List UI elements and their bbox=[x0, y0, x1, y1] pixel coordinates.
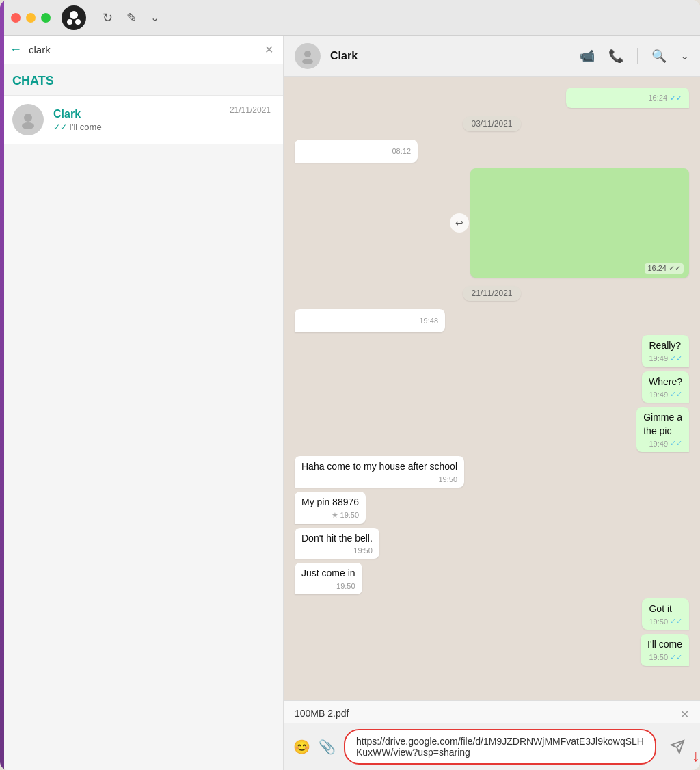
msg-text: I'll come bbox=[647, 638, 682, 652]
file-close-button[interactable]: ✕ bbox=[680, 708, 689, 721]
divider bbox=[637, 48, 638, 64]
msg-tick: ✓✓ bbox=[670, 653, 682, 662]
maximize-button[interactable] bbox=[41, 13, 51, 23]
contact-item-clark[interactable]: Clark ✓✓ I'll come 21/11/2021 bbox=[0, 96, 283, 144]
app-window: ↻ ✎ ⌄ ← ✕ CHATS bbox=[0, 0, 700, 770]
contact-info: Clark ✓✓ I'll come bbox=[53, 108, 220, 132]
msg-tick: ✓✓ bbox=[670, 439, 682, 448]
messages-area[interactable]: 16:24 ✓✓ 03/11/2021 08:12 ↩ bbox=[284, 77, 700, 700]
msg-incoming-blank-2: 19:48 bbox=[295, 309, 445, 332]
msg-bell: Don't hit the bell. 19:50 bbox=[295, 528, 379, 559]
search-bar: ← ✕ bbox=[0, 36, 283, 64]
svg-point-0 bbox=[70, 11, 78, 19]
msg-time: 19:49 bbox=[649, 390, 668, 399]
msg-time: 19:50 bbox=[353, 546, 373, 555]
date-badge-1: 03/11/2021 bbox=[463, 116, 520, 131]
file-name: 100MB 2.pdf bbox=[295, 708, 349, 719]
traffic-lights bbox=[11, 13, 51, 23]
attach-button[interactable]: 📎 bbox=[319, 739, 336, 755]
msg-text: My pin 88976 bbox=[301, 496, 359, 509]
back-button[interactable]: ← bbox=[10, 42, 22, 57]
send-button[interactable] bbox=[664, 734, 690, 760]
chat-area: Clark 📹 📞 🔍 ⌄ 16:24 bbox=[284, 36, 700, 770]
contact-preview: ✓✓ I'll come bbox=[53, 122, 220, 132]
msg-time: 19:50 bbox=[336, 582, 355, 590]
forward-button[interactable]: ↩ bbox=[450, 213, 469, 233]
compose-icon[interactable]: ✎ bbox=[126, 10, 137, 25]
msg-pin: My pin 88976 ★ 19:50 bbox=[295, 492, 366, 524]
msg-really: Really? 19:49 ✓✓ bbox=[642, 335, 689, 367]
msg-text: Where? bbox=[649, 375, 682, 389]
msg-tick: ✓✓ bbox=[670, 94, 682, 103]
chat-header-avatar bbox=[295, 43, 321, 69]
msg-got-it: Got it 19:50 ✓✓ bbox=[642, 598, 689, 630]
msg-text: Just come in bbox=[301, 567, 355, 581]
title-bar-actions: ↻ ✎ ⌄ bbox=[103, 10, 159, 25]
chevron-down-icon[interactable]: ⌄ bbox=[150, 11, 159, 24]
msg-tick: ✓✓ bbox=[670, 617, 682, 626]
msg-text: Haha come to my house after school bbox=[301, 460, 457, 474]
msg-meta: 19:49 ✓✓ bbox=[649, 354, 682, 363]
video-call-icon[interactable]: 📹 bbox=[580, 49, 595, 64]
input-area: 100MB 2.pdf ✕ 😊 📎 https://drive.google.c… bbox=[284, 700, 700, 770]
close-button[interactable] bbox=[11, 13, 21, 23]
svg-point-5 bbox=[304, 51, 311, 57]
msg-text: Gimme athe pic bbox=[643, 411, 682, 438]
title-bar: ↻ ✎ ⌄ bbox=[0, 0, 700, 36]
sidebar: ← ✕ CHATS bbox=[0, 36, 284, 770]
msg-time: 19:48 bbox=[419, 317, 438, 325]
msg-meta: 19:49 ✓✓ bbox=[649, 390, 682, 399]
svg-point-2 bbox=[75, 19, 81, 25]
app-icon bbox=[62, 5, 86, 30]
msg-text: Really? bbox=[649, 339, 682, 353]
arrow-down-icon: ↓ bbox=[692, 746, 700, 765]
file-preview: 100MB 2.pdf ✕ bbox=[284, 701, 700, 723]
chat-header-name: Clark bbox=[330, 50, 570, 62]
msg-meta: 19:50 bbox=[301, 475, 457, 483]
msg-tick: ✓✓ bbox=[670, 354, 682, 363]
msg-meta: 19:50 bbox=[301, 582, 355, 590]
svg-point-3 bbox=[24, 114, 32, 122]
msg-time: 19:50 bbox=[649, 653, 668, 661]
svg-point-6 bbox=[302, 59, 313, 64]
minimize-button[interactable] bbox=[26, 13, 36, 23]
msg-image-time: 16:24 ✓✓ bbox=[645, 263, 684, 274]
msg-incoming-blank-1: 08:12 bbox=[295, 140, 418, 163]
star-icon: ★ bbox=[332, 511, 338, 520]
msg-time: 19:49 bbox=[649, 440, 668, 448]
msg-time: 19:50 bbox=[438, 475, 457, 483]
msg-time: 16:24 bbox=[648, 94, 667, 102]
search-input[interactable] bbox=[29, 44, 258, 55]
contact-time: 21/11/2021 bbox=[230, 105, 271, 115]
emoji-button[interactable]: 😊 bbox=[293, 739, 310, 755]
date-badge-2: 21/11/2021 bbox=[463, 286, 520, 301]
phone-icon[interactable]: 📞 bbox=[608, 49, 623, 64]
refresh-icon[interactable]: ↻ bbox=[103, 10, 113, 25]
msg-where: Where? 19:49 ✓✓ bbox=[642, 371, 689, 403]
svg-point-4 bbox=[22, 122, 34, 129]
message-tick: ✓✓ bbox=[53, 122, 69, 132]
input-row: 😊 📎 https://drive.google.com/file/d/1M9J… bbox=[284, 723, 700, 770]
msg-just-come: Just come in 19:50 bbox=[295, 563, 362, 594]
search-icon[interactable]: 🔍 bbox=[651, 49, 667, 64]
msg-meta: 19:50 bbox=[301, 546, 373, 555]
msg-outgoing-blank-top: 16:24 ✓✓ bbox=[566, 88, 689, 108]
msg-time: 19:50 bbox=[649, 618, 668, 626]
msg-haha: Haha come to my house after school 19:50 bbox=[295, 456, 464, 488]
msg-meta: ★ 19:50 bbox=[301, 511, 359, 520]
send-button-container: ↓ bbox=[664, 734, 690, 760]
msg-time: 19:49 bbox=[649, 354, 668, 362]
msg-image: 16:24 ✓✓ bbox=[470, 168, 689, 278]
msg-tick: ✓✓ bbox=[670, 390, 682, 399]
msg-meta: 19:50 ✓✓ bbox=[649, 617, 682, 626]
msg-time: 19:50 bbox=[340, 511, 360, 519]
msg-time: 08:12 bbox=[392, 147, 411, 155]
sidebar-purple-bar bbox=[0, 0, 4, 770]
msg-text: Don't hit the bell. bbox=[301, 532, 373, 546]
contact-name: Clark bbox=[53, 108, 220, 120]
clear-search-button[interactable]: ✕ bbox=[265, 43, 273, 56]
message-input[interactable]: https://drive.google.com/file/d/1M9JZDRN… bbox=[344, 729, 656, 765]
more-options-icon[interactable]: ⌄ bbox=[680, 49, 689, 62]
contact-avatar bbox=[12, 104, 44, 135]
main-layout: ← ✕ CHATS bbox=[0, 36, 700, 770]
